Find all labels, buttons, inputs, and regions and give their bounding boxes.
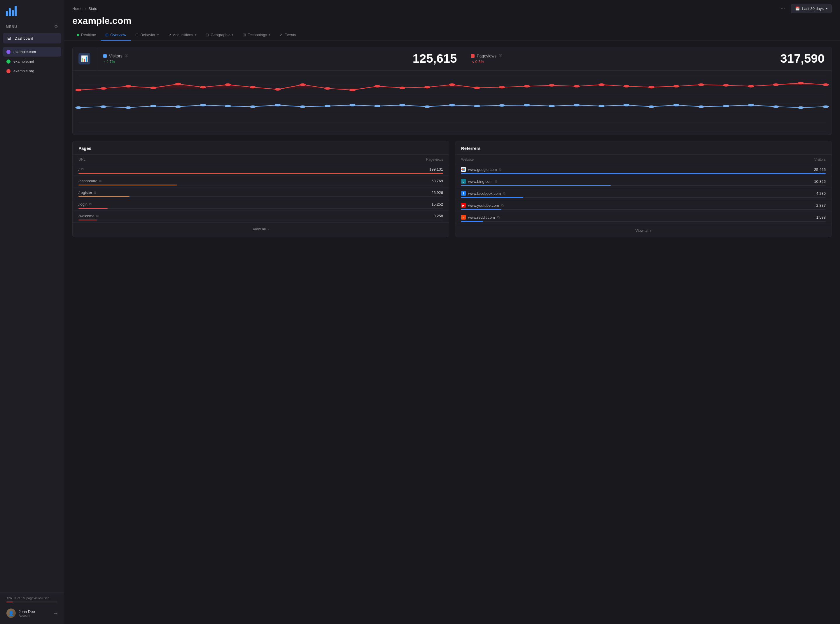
svg-text:Nov 3: Nov 3 <box>366 134 388 135</box>
referrer-row-facebook: f www.facebook.com ⧉ 4,280 <box>455 188 832 200</box>
col-visitors: Visitors <box>814 158 826 162</box>
svg-point-67 <box>798 107 804 109</box>
referrer-value: 2,837 <box>816 203 826 208</box>
referrer-url-text: www.google.com <box>468 167 497 172</box>
pages-view-all[interactable]: View all › <box>73 222 449 235</box>
topbar: Home › Stats ··· 📅 Last 30 days ▾ <box>64 0 840 13</box>
date-range-button[interactable]: 📅 Last 30 days ▾ <box>791 4 832 13</box>
view-all-label: View all <box>253 227 266 231</box>
svg-point-38 <box>75 107 81 109</box>
sidebar-item-example-com[interactable]: example.com <box>3 47 61 57</box>
bottom-panels: Pages URL Pageviews / ⧉ 199,131 <box>72 141 832 237</box>
referrer-value: 25,465 <box>814 167 826 172</box>
info-icon[interactable]: ⓘ <box>125 53 128 58</box>
external-link-icon: ⧉ <box>495 180 497 184</box>
more-options-button[interactable]: ··· <box>778 5 787 13</box>
page-link-dashboard[interactable]: /dashboard ⧉ <box>79 179 102 183</box>
referrer-row-top: b www.bing.com ⧉ 10,326 <box>461 179 826 184</box>
site-dot-red <box>6 69 11 73</box>
progress-bar-background <box>79 208 443 209</box>
col-url: URL <box>79 158 85 162</box>
referrers-col-headers: Website Visitors <box>455 154 832 164</box>
col-website: Website <box>461 158 474 162</box>
tab-behavior[interactable]: ⊡ Behavior ▾ <box>131 30 163 40</box>
tab-overview[interactable]: ⊞ Overview <box>101 30 131 40</box>
info-icon[interactable]: ⓘ <box>499 53 502 58</box>
tab-geographic[interactable]: ⊟ Geographic ▾ <box>201 30 238 40</box>
logo-bar-2 <box>9 8 11 16</box>
page-row-5: /welcome ⧉ 9,258 <box>73 211 449 222</box>
external-link-icon: ⧉ <box>99 179 102 183</box>
svg-point-56 <box>524 104 530 107</box>
svg-point-21 <box>424 86 430 89</box>
svg-point-22 <box>449 83 455 86</box>
page-link-welcome[interactable]: /welcome ⧉ <box>79 214 99 218</box>
referrer-row-reddit: r www.reddit.com ⧉ 1,588 <box>455 212 832 224</box>
referrers-view-all[interactable]: View all › <box>455 224 832 237</box>
settings-icon[interactable]: ⚙ <box>54 24 58 29</box>
progress-bar-background <box>461 221 826 222</box>
usage-text: 126.3K of 1M pageviews used. <box>3 596 61 602</box>
logout-icon[interactable]: ⇥ <box>54 610 57 616</box>
chevron-down-icon: ▾ <box>232 33 234 36</box>
svg-point-16 <box>300 83 306 86</box>
sidebar-item-dashboard[interactable]: ⊞ Dashboard <box>3 33 61 43</box>
technology-icon: ⊞ <box>243 32 246 37</box>
content-area: 📊 Visitors ⓘ ↑ 4.7% 125,61 <box>64 41 840 624</box>
svg-point-45 <box>250 105 256 108</box>
svg-point-15 <box>275 88 281 91</box>
svg-text:Oct 28: Oct 28 <box>215 134 240 135</box>
external-link-icon: ⧉ <box>503 192 506 195</box>
page-link-register[interactable]: /register ⧉ <box>79 190 96 195</box>
page-url-text: /dashboard <box>79 179 97 183</box>
tab-technology[interactable]: ⊞ Technology ▾ <box>238 30 275 40</box>
referrer-google[interactable]: www.google.com ⧉ <box>461 167 501 172</box>
acquisitions-icon: ↗ <box>168 32 171 37</box>
chevron-down-icon: ▾ <box>269 33 270 36</box>
svg-point-52 <box>424 105 430 108</box>
pages-panel-header: Pages <box>73 141 449 154</box>
referrer-reddit[interactable]: r www.reddit.com ⧉ <box>461 215 500 219</box>
page-url-text: /register <box>79 190 92 195</box>
pageviews-label-group: Pageviews ⓘ ↘ 0.5% <box>471 53 503 64</box>
user-profile[interactable]: 👤 John Doe Account ⇥ <box>3 606 61 621</box>
svg-point-49 <box>350 104 356 107</box>
sidebar-item-example-net[interactable]: example.net <box>3 57 61 66</box>
svg-point-43 <box>200 104 206 107</box>
svg-point-9 <box>125 85 131 88</box>
breadcrumb: Home › Stats <box>72 6 97 11</box>
progress-bar-background <box>79 173 443 174</box>
pageviews-stat: Pageviews ⓘ ↘ 0.5% 317,590 <box>464 47 832 70</box>
referrer-row-bing: b www.bing.com ⧉ 10,326 <box>455 176 832 188</box>
avatar: 👤 <box>6 609 16 618</box>
progress-bar-fill <box>79 219 97 221</box>
svg-point-29 <box>623 85 630 88</box>
usage-bar-fill <box>6 602 13 602</box>
referrer-row-top: r www.reddit.com ⧉ 1,588 <box>461 215 826 219</box>
sidebar: MENU ⚙ ⊞ Dashboard example.com example.n… <box>0 0 64 624</box>
chevron-down-icon: ▾ <box>826 7 828 10</box>
referrer-facebook[interactable]: f www.facebook.com ⧉ <box>461 191 506 196</box>
tab-events[interactable]: ⤢ Events <box>275 30 301 40</box>
tab-technology-label: Technology <box>248 32 267 37</box>
breadcrumb-home[interactable]: Home <box>72 6 82 11</box>
page-url-text: /login <box>79 202 88 207</box>
tab-realtime[interactable]: Realtime <box>72 30 101 40</box>
svg-point-12 <box>200 86 206 89</box>
calendar-icon: 📅 <box>795 6 800 11</box>
referrer-youtube[interactable]: ▶ www.youtube.com ⧉ <box>461 203 504 208</box>
sidebar-site-label: example.net <box>14 59 34 63</box>
page-link-root[interactable]: / ⧉ <box>79 167 84 171</box>
tabs-bar: Realtime ⊞ Overview ⊡ Behavior ▾ ↗ Acqui… <box>64 30 840 41</box>
referrer-bing[interactable]: b www.bing.com ⧉ <box>461 179 497 184</box>
chevron-down-icon: ▾ <box>195 33 196 36</box>
page-link-login[interactable]: /login ⧉ <box>79 202 91 207</box>
sidebar-item-example-org[interactable]: example.org <box>3 66 61 76</box>
svg-point-20 <box>399 86 405 89</box>
svg-point-7 <box>75 89 81 91</box>
svg-point-14 <box>250 86 256 89</box>
svg-text:Nov 18: Nov 18 <box>737 134 764 135</box>
tab-acquisitions[interactable]: ↗ Acquisitions ▾ <box>163 30 201 40</box>
progress-bar-fill <box>461 197 523 198</box>
events-icon: ⤢ <box>279 32 283 37</box>
